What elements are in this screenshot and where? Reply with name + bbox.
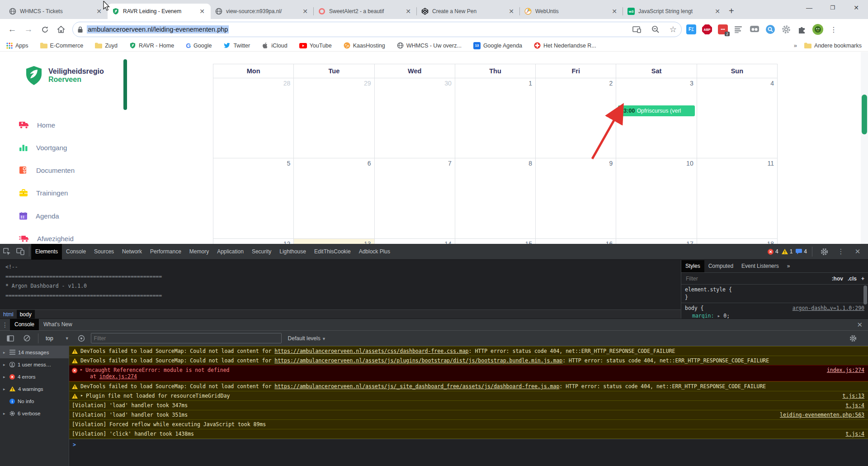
day-cell[interactable]: 16 xyxy=(536,239,616,244)
bookmark-nederlandse[interactable]: Het Nederlandse R... xyxy=(534,42,596,49)
filter-errors[interactable]: ▸ 4 errors xyxy=(0,371,69,383)
other-bookmarks-folder[interactable]: Andere bookmarks xyxy=(804,43,862,49)
sidebar-item-voortgang[interactable]: Voortgang xyxy=(19,141,114,154)
sidebar-item-documenten[interactable]: Documenten xyxy=(19,163,114,177)
bookmark-star-icon[interactable]: ☆ xyxy=(670,24,677,34)
tab-webuntis[interactable]: WebUntis ✕ xyxy=(520,4,623,19)
source-location-link[interactable]: t.js:4 xyxy=(840,402,864,409)
device-toolbar-icon[interactable] xyxy=(14,244,27,260)
close-icon[interactable]: ✕ xyxy=(198,7,206,15)
extension-lines-icon[interactable] xyxy=(732,23,745,36)
back-button[interactable]: ← xyxy=(5,22,20,37)
filter-info[interactable]: ▸ No info xyxy=(0,395,69,407)
error-count-badge[interactable]: 4 xyxy=(768,248,778,255)
devtools-tab-console[interactable]: Console xyxy=(62,244,90,260)
drawer-tab-console[interactable]: Console xyxy=(10,319,39,330)
sourcemap-url-link[interactable]: https://ambulanceroerveen.nl/assets/css/… xyxy=(274,348,468,354)
day-cell[interactable]: 1 xyxy=(455,78,536,158)
bookmark-twitter[interactable]: Twitter xyxy=(223,43,250,49)
tab-ravr-leiding[interactable]: RAVR Leiding - Evenem ✕ xyxy=(108,4,211,19)
day-cell[interactable]: 17 xyxy=(616,239,697,244)
devtools-tab-performance[interactable]: Performance xyxy=(146,244,185,260)
sourcemap-url-link[interactable]: https://ambulanceroerveen.nl/assets/js/_… xyxy=(274,383,559,390)
calendar-event[interactable]: 13:00 Opfriscursus (verl xyxy=(618,105,694,116)
bookmark-zuyd[interactable]: Zuyd xyxy=(95,43,118,49)
day-cell[interactable]: 2 xyxy=(536,78,616,158)
filter-warnings[interactable]: ▸ 4 warnings xyxy=(0,383,69,395)
close-icon[interactable]: ✕ xyxy=(507,7,515,15)
profile-avatar[interactable] xyxy=(811,23,824,36)
warning-count-badge[interactable]: 1 xyxy=(782,248,793,255)
log-levels-select[interactable]: Default levels ▼ xyxy=(288,335,326,342)
breadcrumb-body[interactable]: body xyxy=(17,310,35,319)
close-window-button[interactable]: ✕ xyxy=(844,0,868,16)
sidebar-scrollbar-thumb[interactable] xyxy=(123,59,127,110)
style-source-link[interactable]: argon-dashb…v=1.1.0:290 xyxy=(793,304,864,312)
bookmark-whmcs[interactable]: WHMCS - Uw overz... xyxy=(397,42,462,49)
extension-search-icon[interactable] xyxy=(764,23,777,36)
bookmark-google[interactable]: G Google xyxy=(186,42,212,49)
body-style-rule[interactable]: argon-dashb…v=1.1.0:290 body { margin: ▸… xyxy=(681,303,868,319)
bookmark-kaashosting[interactable]: KaasHosting xyxy=(344,42,385,49)
reload-button[interactable] xyxy=(37,22,52,37)
day-cell[interactable]: 12 xyxy=(213,239,294,244)
day-cell[interactable]: 9 xyxy=(536,158,616,239)
devtools-tab-elements[interactable]: Elements xyxy=(31,244,62,260)
styles-filter-input[interactable] xyxy=(685,275,827,282)
day-cell[interactable]: 7 xyxy=(375,158,455,239)
lock-icon[interactable] xyxy=(77,26,83,33)
source-location-link[interactable]: index.js:274 xyxy=(821,367,864,373)
bookmark-youtube[interactable]: YouTube xyxy=(299,43,332,49)
css-property[interactable]: margin: xyxy=(692,313,714,319)
app-logo[interactable]: Veiligheidsregio Roerveen xyxy=(25,66,104,86)
address-bar[interactable]: ambulanceroerveen.nl/leiding-evenementen… xyxy=(72,22,682,37)
devtools-close-icon[interactable]: ✕ xyxy=(851,244,864,260)
bookmark-google-agenda[interactable]: 13 Google Agenda xyxy=(473,42,522,49)
devtools-tab-adblock-plus[interactable]: Adblock Plus xyxy=(355,244,394,260)
console-filter-input[interactable] xyxy=(91,333,282,343)
filter-verbose[interactable]: ▸ 6 verbose xyxy=(0,407,69,419)
extension-gear-icon[interactable] xyxy=(780,23,793,36)
chrome-menu-icon[interactable]: ⋮ xyxy=(827,23,840,36)
source-location-link[interactable]: leiding-evenementen.php:563 xyxy=(774,412,864,418)
bookmark-ravr-home[interactable]: RAVR - Home xyxy=(129,42,174,49)
url-text[interactable]: ambulanceroerveen.nl/leiding-evenementen… xyxy=(87,25,229,33)
execution-context-select[interactable]: top ▼ xyxy=(43,335,72,342)
new-tab-button[interactable]: + xyxy=(729,6,734,16)
devtools-tab-memory[interactable]: Memory xyxy=(185,244,213,260)
extension-ft-icon[interactable]: F⌶ xyxy=(685,23,698,36)
devtools-tab-security[interactable]: Security xyxy=(248,244,275,260)
tab-computed[interactable]: Computed xyxy=(704,260,737,272)
day-cell[interactable]: 10 xyxy=(616,158,697,239)
day-cell[interactable]: 28 xyxy=(213,78,294,158)
devtools-menu-icon[interactable]: ⋮ xyxy=(834,244,848,260)
more-tabs-chevron[interactable]: » xyxy=(783,260,794,272)
cast-icon[interactable] xyxy=(632,26,642,33)
source-location-link[interactable]: t.js:4 xyxy=(840,431,864,437)
devtools-settings-icon[interactable] xyxy=(817,244,831,260)
expand-triangle-icon[interactable]: ▸ xyxy=(80,393,83,398)
day-cell[interactable]: 8 xyxy=(455,158,536,239)
bookmark-icloud[interactable]: iCloud xyxy=(262,42,287,49)
forward-button[interactable]: → xyxy=(21,22,36,37)
day-cell[interactable]: 11 xyxy=(697,158,777,239)
sidebar-item-home[interactable]: Home xyxy=(19,118,114,132)
close-icon[interactable]: ✕ xyxy=(610,7,618,15)
drawer-close-icon[interactable]: ✕ xyxy=(857,321,868,329)
tab-sweetalert2[interactable]: SweetAlert2 - a beautif ✕ xyxy=(314,4,417,19)
extension-abp-icon[interactable]: ABP xyxy=(701,23,713,36)
css-value[interactable]: 0; xyxy=(723,313,730,319)
sidebar-item-agenda[interactable]: Agenda xyxy=(19,209,114,223)
console-prompt[interactable]: > xyxy=(69,439,868,450)
zoom-out-icon[interactable] xyxy=(651,25,660,33)
inspect-element-icon[interactable] xyxy=(0,244,14,260)
day-cell[interactable]: 29 xyxy=(294,78,374,158)
message-count-badge[interactable]: 4 xyxy=(796,248,807,255)
bookmark-apps[interactable]: Apps xyxy=(6,43,28,49)
tab-event-listeners[interactable]: Event Listeners xyxy=(737,260,783,272)
console-settings-icon[interactable] xyxy=(846,330,864,346)
devtools-tab-application[interactable]: Application xyxy=(213,244,248,260)
styles-scrollbar-thumb[interactable] xyxy=(863,285,867,304)
expand-triangle-icon[interactable]: ▸ xyxy=(80,367,83,372)
day-cell[interactable]: 18 xyxy=(697,239,777,244)
